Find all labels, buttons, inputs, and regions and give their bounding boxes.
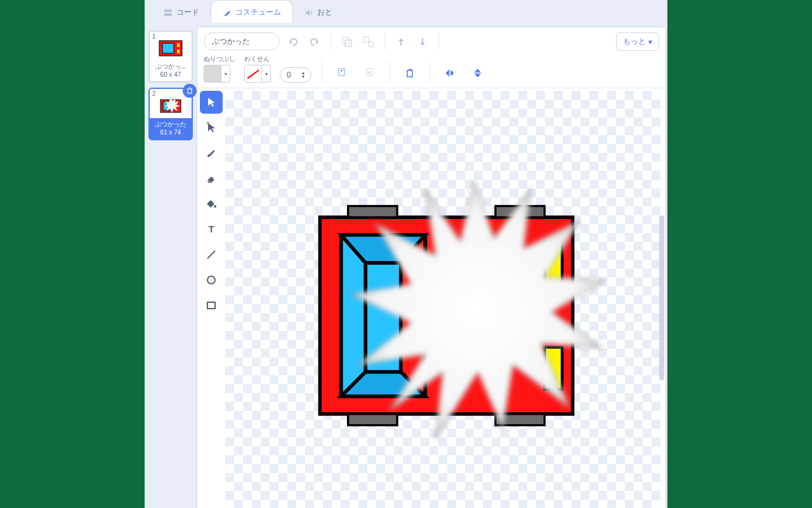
tab-sounds[interactable]: おと xyxy=(293,1,344,23)
svg-rect-1 xyxy=(164,13,172,16)
costume-list: 1 ぶつかっ... 60 x 47 xyxy=(147,27,194,508)
rectangle-tool[interactable] xyxy=(200,294,223,317)
costume-size: 60 x 47 xyxy=(150,70,192,79)
editor-tabs: コード コスチューム おと xyxy=(145,0,667,23)
delete-costume-button[interactable] xyxy=(183,84,197,98)
more-button[interactable]: もっと ▾ xyxy=(616,32,659,51)
svg-point-21 xyxy=(207,276,215,284)
tool-column: T xyxy=(197,88,225,508)
costume-name-input[interactable] xyxy=(204,32,280,50)
svg-rect-15 xyxy=(341,70,342,72)
svg-rect-22 xyxy=(207,302,215,309)
undo-button[interactable] xyxy=(284,32,303,51)
vertical-scrollbar[interactable] xyxy=(659,215,664,380)
group-button[interactable] xyxy=(337,32,357,51)
svg-text:T: T xyxy=(208,224,214,234)
code-icon xyxy=(164,8,173,17)
stroke-color-button[interactable]: ▾ xyxy=(244,65,271,83)
svg-rect-9 xyxy=(343,37,349,44)
svg-point-18 xyxy=(214,205,216,208)
tab-sounds-label: おと xyxy=(317,7,332,18)
paste-button[interactable] xyxy=(360,64,379,83)
chevron-down-icon: ▾ xyxy=(648,37,652,46)
redo-button[interactable] xyxy=(305,32,324,51)
text-tool[interactable]: T xyxy=(200,218,223,241)
svg-rect-5 xyxy=(177,50,180,53)
forward-button[interactable] xyxy=(391,32,410,51)
svg-rect-3 xyxy=(162,43,174,53)
fill-tool[interactable] xyxy=(200,192,223,215)
svg-point-17 xyxy=(207,123,209,124)
costume-name: ぶつかっ... xyxy=(150,62,192,70)
paint-editor: もっと ▾ ぬりつぶし ▾ わくせん ▾ 0 xyxy=(197,27,666,508)
svg-rect-33 xyxy=(348,414,397,425)
brush-icon xyxy=(223,8,232,17)
svg-line-20 xyxy=(207,251,215,258)
svg-rect-10 xyxy=(345,40,351,46)
svg-rect-0 xyxy=(164,10,172,12)
circle-tool[interactable] xyxy=(200,269,223,291)
ungroup-button[interactable] xyxy=(359,32,378,51)
svg-rect-4 xyxy=(177,43,180,47)
svg-rect-11 xyxy=(363,37,369,42)
costume-size: 61 x 74 xyxy=(150,128,192,137)
tab-code-label: コード xyxy=(176,7,199,18)
stroke-label: わくせん xyxy=(244,55,271,64)
canvas-artwork xyxy=(225,91,660,508)
svg-rect-12 xyxy=(369,42,374,47)
fill-label: ぬりつぶし xyxy=(204,55,235,64)
costume-thumb[interactable]: 2 ぶつかった 61 x 74 xyxy=(148,88,193,140)
stroke-width-input[interactable]: 0 ▴▾ xyxy=(280,67,311,83)
flip-horizontal-button[interactable] xyxy=(440,64,459,83)
flip-vertical-button[interactable] xyxy=(468,64,487,83)
line-tool[interactable] xyxy=(200,243,223,266)
svg-rect-31 xyxy=(348,206,397,217)
stepper-icon: ▴▾ xyxy=(302,71,304,78)
tab-costumes[interactable]: コスチューム xyxy=(211,0,293,23)
select-tool[interactable] xyxy=(200,91,223,114)
brush-tool[interactable] xyxy=(200,142,223,164)
backward-button[interactable] xyxy=(413,32,432,51)
tab-costumes-label: コスチューム xyxy=(235,7,281,18)
sound-icon xyxy=(304,8,313,17)
svg-rect-13 xyxy=(339,69,344,76)
fill-color-button[interactable]: ▾ xyxy=(204,65,235,83)
reshape-tool[interactable] xyxy=(200,116,223,139)
eraser-tool[interactable] xyxy=(200,167,223,190)
copy-button[interactable] xyxy=(332,64,351,83)
delete-button[interactable] xyxy=(400,64,419,83)
costume-name: ぶつかった xyxy=(150,120,192,128)
costume-thumb[interactable]: 1 ぶつかっ... 60 x 47 xyxy=(148,30,193,83)
paint-canvas[interactable] xyxy=(225,91,660,508)
tab-code[interactable]: コード xyxy=(152,1,211,23)
